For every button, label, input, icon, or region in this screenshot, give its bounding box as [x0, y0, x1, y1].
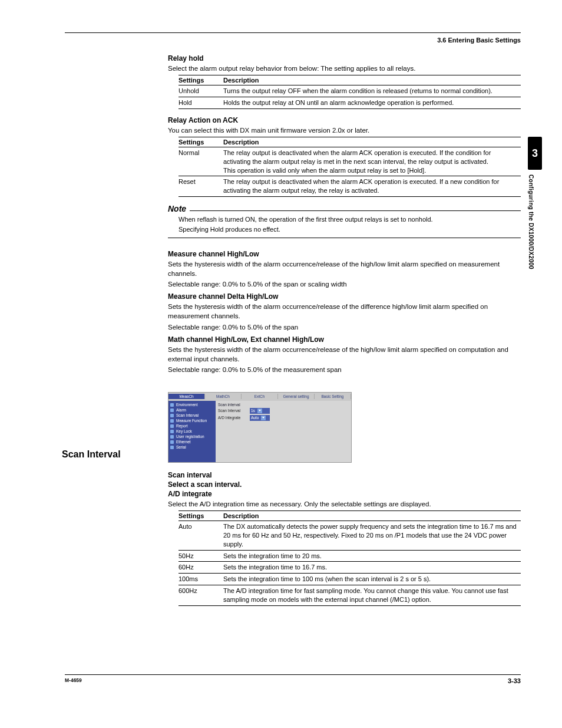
- meas-dhl-p2: Selectable range: 0.0% to 5.0% of the sp…: [168, 322, 521, 332]
- tab-measch[interactable]: MeasCh: [168, 394, 205, 399]
- chapter-title-vertical: Configuring the DX1000/DX2000: [528, 174, 534, 310]
- math-hl-p1: Sets the hysteresis width of the alarm o…: [168, 345, 521, 364]
- tab-extch[interactable]: ExtCh: [242, 394, 278, 399]
- scan-interval-instruction: Select a scan interval.: [168, 480, 521, 489]
- col-settings: Settings: [178, 137, 223, 147]
- table-relay-hold: Settings Description Unhold Turns the ou…: [178, 75, 521, 109]
- running-header: 3.6 Entering Basic Settings: [65, 37, 521, 44]
- table-ad-integrate: Settings Description AutoThe DX automati…: [178, 510, 521, 606]
- relay-ack-intro: You can select this with DX main unit fi…: [168, 126, 521, 135]
- field-label-scan-interval: Scan Interval: [218, 409, 250, 413]
- sidebar-item-alarm[interactable]: Alarm: [170, 407, 214, 413]
- heading-scan-interval: Scan Interval: [62, 449, 121, 460]
- note-end-rule-icon: [168, 238, 521, 238]
- dropdown-scan-interval[interactable]: 1s: [250, 408, 270, 414]
- sidebar-item-scan-interval[interactable]: Scan Interval: [170, 413, 214, 418]
- sidebar-item-environment[interactable]: Environment: [170, 402, 214, 407]
- tab-basic-setting[interactable]: Basic Setting: [315, 394, 351, 399]
- sidebar-item-serial[interactable]: Serial: [170, 444, 214, 450]
- note-line: When reflash is turned ON, the operation…: [178, 215, 521, 225]
- heading-math-hl: Math channel High/Low, Ext channel High/…: [168, 335, 521, 344]
- sidebar-item-ethernet[interactable]: Ethernet: [170, 439, 214, 444]
- sidebar-item-key-lock[interactable]: Key Lock: [170, 429, 214, 434]
- footer-doc-id: M-4659: [65, 677, 82, 684]
- chapter-number-badge: 3: [528, 137, 542, 170]
- heading-ad-integrate: A/D integrate: [168, 490, 521, 498]
- screenshot-sidebar: Environment Alarm Scan Interval Measure …: [168, 401, 216, 462]
- table-row: 50HzSets the integration time to 20 ms.: [178, 550, 521, 562]
- note-rule-icon: [190, 210, 521, 211]
- table-row: Reset The relay output is deactivated wh…: [178, 176, 521, 197]
- table-row: AutoThe DX automatically detects the pow…: [178, 521, 521, 551]
- table-row: Normal The relay output is deactivated w…: [178, 147, 521, 176]
- heading-relay-hold: Relay hold: [168, 54, 521, 62]
- sidebar-item-report[interactable]: Report: [170, 423, 214, 429]
- tab-general-setting[interactable]: General setting: [278, 394, 315, 399]
- relay-hold-intro: Select the alarm output relay behavior f…: [168, 64, 521, 73]
- table-row: Hold Holds the output relay at ON until …: [178, 97, 521, 108]
- config-screenshot: MeasCh MathCh ExtCh General setting Basi…: [168, 392, 352, 463]
- sidebar-item-measure-function[interactable]: Measure Function: [170, 418, 214, 423]
- col-description: Description: [223, 137, 521, 147]
- heading-meas-hl: Measure channel High/Low: [168, 250, 521, 258]
- col-settings: Settings: [178, 511, 223, 521]
- math-hl-p2: Selectable range: 0.0% to 5.0% of the me…: [168, 365, 521, 374]
- footer-page-number: 3-33: [508, 677, 521, 684]
- sidebar-item-user-registration[interactable]: User registration: [170, 434, 214, 439]
- ad-integrate-intro: Select the A/D integration time as neces…: [168, 499, 521, 509]
- table-relay-ack: Settings Description Normal The relay ou…: [178, 137, 521, 197]
- table-row: 100msSets the integration time to 100 ms…: [178, 574, 521, 585]
- chevron-down-icon: [257, 409, 262, 413]
- col-description: Description: [223, 75, 521, 85]
- chevron-down-icon: [261, 416, 266, 420]
- meas-hl-p1: Sets the hysteresis width of the alarm o…: [168, 259, 521, 278]
- note-heading: Note: [168, 204, 521, 213]
- note-line: Specifying Hold produces no effect.: [178, 225, 521, 235]
- table-row: 60HzSets the integration time to 16.7 ms…: [178, 562, 521, 574]
- tab-mathch[interactable]: MathCh: [205, 394, 242, 399]
- heading-scan-interval-sub: Scan interval: [168, 471, 521, 479]
- heading-meas-dhl: Measure channel Delta High/Low: [168, 292, 521, 301]
- field-label-ad-integrate: A/D Integrate: [218, 416, 250, 420]
- table-row: 600HzThe A/D integration time for fast s…: [178, 585, 521, 606]
- group-label: Scan interval: [218, 403, 349, 407]
- table-row: Unhold Turns the output relay OFF when t…: [178, 85, 521, 97]
- meas-hl-p2: Selectable range: 0.0% to 5.0% of the sp…: [168, 279, 521, 289]
- col-settings: Settings: [178, 75, 223, 85]
- meas-dhl-p1: Sets the hysteresis width of the alarm o…: [168, 302, 521, 321]
- heading-relay-ack: Relay Action on ACK: [168, 116, 521, 124]
- dropdown-ad-integrate[interactable]: Auto: [250, 415, 270, 421]
- col-description: Description: [223, 511, 521, 521]
- chapter-thumb-tab: 3 Configuring the DX1000/DX2000: [528, 137, 543, 384]
